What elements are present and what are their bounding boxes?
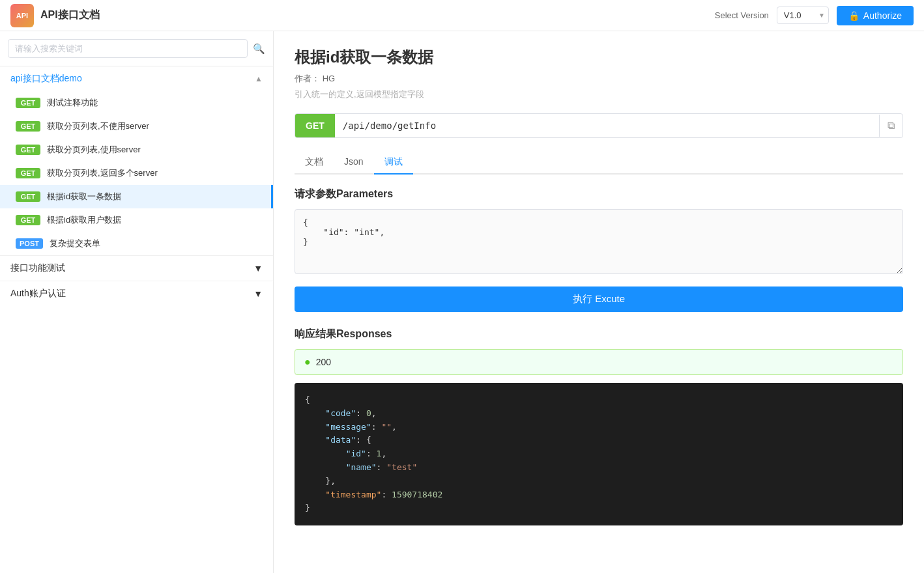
response-status-code: 200: [316, 357, 331, 367]
method-badge-get: GET: [16, 98, 40, 108]
execute-button[interactable]: 执行 Excute: [295, 286, 903, 312]
chevron-up-icon: ▲: [255, 74, 263, 83]
page-title: 根据id获取一条数据: [295, 47, 903, 68]
endpoint-method: GET: [295, 114, 335, 137]
response-line-4: "data": {: [305, 434, 893, 447]
main-layout: 🔍 api接口文档demo ▲ GET 测试注释功能 GET 获取分页列表,不使…: [0, 31, 924, 573]
sidebar-item-label: 根据id获取一条数据: [47, 191, 121, 203]
chevron-down-icon: ▼: [253, 263, 263, 273]
endpoint-bar: GET /api/demo/getInfo ⧉: [295, 113, 903, 138]
sidebar-item-label: 复杂提交表单: [50, 238, 100, 249]
sidebar-content: api接口文档demo ▲ GET 测试注释功能 GET 获取分页列表,不使用s…: [0, 66, 273, 573]
sidebar-group-api-demo: api接口文档demo ▲ GET 测试注释功能 GET 获取分页列表,不使用s…: [0, 66, 273, 255]
params-section-title: 请求参数Parameters: [295, 188, 903, 201]
copy-button[interactable]: ⧉: [879, 115, 902, 137]
header-right: Select Version V1.0 V2.0 ▼ 🔒 Authorize: [715, 6, 914, 25]
tab-debug[interactable]: 调试: [374, 151, 413, 175]
tab-docs[interactable]: 文档: [295, 151, 334, 175]
sidebar-group-header-interface-test[interactable]: 接口功能测试 ▼: [0, 255, 273, 281]
method-badge-get: GET: [16, 191, 40, 202]
response-line-8: "timestamp": 1590718402: [305, 488, 893, 502]
method-badge-get: GET: [16, 168, 40, 178]
tab-json[interactable]: Json: [334, 151, 374, 175]
sidebar: 🔍 api接口文档demo ▲ GET 测试注释功能 GET 获取分页列表,不使…: [0, 31, 274, 573]
select-version-label: Select Version: [715, 10, 769, 20]
authorize-button[interactable]: 🔒 Authorize: [837, 6, 914, 25]
app-title: API接口文档: [40, 8, 100, 22]
tabs: 文档 Json 调试: [295, 151, 903, 175]
response-line-2: "code": 0,: [305, 407, 893, 421]
sidebar-item-label: 获取分页列表,返回多个server: [47, 167, 158, 179]
sidebar-item-7[interactable]: POST 复杂提交表单: [0, 232, 273, 255]
endpoint-url: /api/demo/getInfo: [335, 114, 879, 137]
method-badge-get: GET: [16, 121, 40, 132]
sidebar-group-header-auth[interactable]: Auth账户认证 ▼: [0, 281, 273, 306]
response-body: { "code": 0, "message": "", "data": { "i…: [295, 383, 903, 525]
sidebar-group-header-api-demo[interactable]: api接口文档demo ▲: [0, 66, 273, 91]
response-line-3: "message": "",: [305, 421, 893, 434]
page-author: 作者： HG: [295, 73, 903, 85]
sidebar-item-4[interactable]: GET 获取分页列表,返回多个server: [0, 161, 273, 185]
version-selector-wrapper: V1.0 V2.0 ▼: [777, 7, 829, 24]
sidebar-item-6[interactable]: GET 根据id获取用户数据: [0, 208, 273, 232]
response-line-7: },: [305, 475, 893, 488]
search-button[interactable]: 🔍: [253, 43, 265, 55]
method-badge-post: POST: [16, 238, 43, 249]
shield-icon: 🔒: [848, 10, 859, 21]
status-dot-icon: ●: [304, 356, 311, 368]
sidebar-item-label: 获取分页列表,使用server: [47, 144, 141, 156]
method-badge-get: GET: [16, 215, 40, 225]
version-select[interactable]: V1.0 V2.0: [777, 7, 829, 24]
sidebar-item-3[interactable]: GET 获取分页列表,使用server: [0, 138, 273, 161]
app-logo: API: [10, 4, 34, 27]
sidebar-item-label: 获取分页列表,不使用server: [47, 120, 149, 132]
response-line-5: "id": 1,: [305, 447, 893, 461]
search-box: 🔍: [0, 31, 273, 66]
app-header: API API接口文档 Select Version V1.0 V2.0 ▼ 🔒…: [0, 0, 924, 31]
method-badge-get: GET: [16, 145, 40, 155]
search-input[interactable]: [8, 39, 248, 58]
sidebar-item-5[interactable]: GET 根据id获取一条数据: [0, 185, 273, 208]
sidebar-item-label: 测试注释功能: [47, 97, 98, 109]
sidebar-item-2[interactable]: GET 获取分页列表,不使用server: [0, 115, 273, 138]
sidebar-item-label: 根据id获取用户数据: [47, 214, 121, 226]
response-line-1: {: [305, 393, 893, 407]
sidebar-item-1[interactable]: GET 测试注释功能: [0, 91, 273, 115]
response-line-9: }: [305, 501, 893, 515]
response-status-bar: ● 200: [295, 349, 903, 375]
chevron-down-icon: ▼: [253, 288, 263, 299]
response-line-6: "name": "test": [305, 461, 893, 475]
header-left: API API接口文档: [10, 4, 100, 27]
content-area: 根据id获取一条数据 作者： HG 引入统一的定义,返回模型指定字段 GET /…: [274, 31, 924, 573]
params-textarea[interactable]: { "id": "int", }: [295, 209, 903, 274]
response-section-title: 响应结果Responses: [295, 328, 903, 341]
page-description: 引入统一的定义,返回模型指定字段: [295, 89, 903, 100]
